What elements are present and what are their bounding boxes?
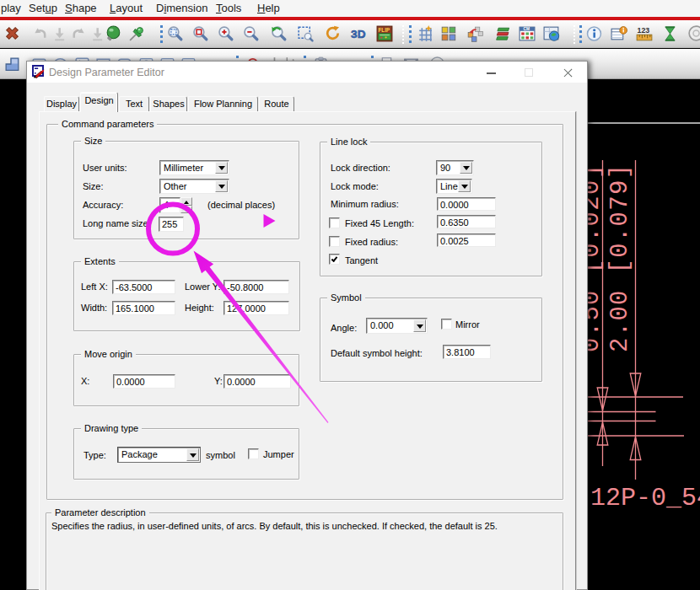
- accuracy-label: Accuracy:: [83, 200, 123, 211]
- angle-dropdown-button[interactable]: [413, 319, 426, 332]
- tab-text[interactable]: Text: [119, 96, 149, 111]
- jumper-label: Jumper: [263, 449, 294, 460]
- move-origin-x-value: 0.0000: [116, 376, 175, 388]
- size-value: Other: [164, 180, 187, 192]
- size-combo[interactable]: Other: [159, 179, 229, 194]
- user-units-dropdown-button[interactable]: [215, 162, 228, 174]
- drawing-type-group-title: Drawing type: [81, 423, 142, 434]
- chevron-down-icon: [417, 324, 423, 332]
- long-name-size-value: 255: [162, 218, 183, 230]
- tab-shapes[interactable]: Shapes: [150, 96, 187, 111]
- fixed-radius-checkbox[interactable]: [329, 236, 340, 247]
- symbol-suffix-label: symbol: [206, 450, 235, 461]
- check-icon: [331, 255, 338, 262]
- dimension-text-right: 2.00 [0.079]: [606, 164, 634, 352]
- chevron-down-icon: [218, 166, 225, 174]
- angle-value: 0.000: [370, 319, 394, 331]
- move-origin-x-input[interactable]: 0.0000: [113, 374, 175, 389]
- user-units-combo[interactable]: Millimeter: [159, 160, 229, 175]
- chevron-down-icon: [190, 453, 197, 461]
- move-origin-group-title: Move origin: [81, 349, 136, 360]
- type-label: Type:: [83, 450, 106, 461]
- tab-design[interactable]: Design: [80, 92, 118, 112]
- lower-y-input[interactable]: -50.8000: [223, 280, 289, 294]
- size-group-title: Size: [81, 136, 105, 147]
- lock-direction-dropdown-button[interactable]: [460, 162, 472, 174]
- height-value: 127.0000: [227, 303, 288, 314]
- angle-label: Angle:: [331, 323, 357, 334]
- lower-y-value: -50.8000: [227, 282, 288, 293]
- long-name-size-input[interactable]: 255: [159, 217, 184, 232]
- tab-flow-planning[interactable]: Flow Planning: [188, 96, 258, 111]
- accuracy-value[interactable]: 4: [159, 197, 180, 213]
- lock-direction-label: Lock direction:: [331, 163, 390, 174]
- jumper-checkbox[interactable]: [248, 448, 259, 459]
- chevron-down-icon: [218, 185, 225, 192]
- dialog-title-bar[interactable]: Design Parameter Editor: [27, 62, 587, 83]
- spin-down-button[interactable]: [180, 206, 192, 214]
- minimum-radius-label: Minimum radius:: [331, 199, 399, 210]
- move-origin-y-label: Y:: [214, 376, 223, 387]
- lock-mode-value: Line: [440, 180, 458, 192]
- default-symbol-height-input[interactable]: 3.8100: [443, 345, 491, 359]
- design-parameter-editor-dialog: Design Parameter Editor Display Design T…: [26, 61, 588, 590]
- symbol-group-title: Symbol: [327, 292, 365, 303]
- chevron-down-icon: [463, 166, 470, 174]
- user-units-label: User units:: [83, 163, 127, 174]
- spin-up-button[interactable]: [180, 197, 192, 206]
- triangle-up-icon: [184, 198, 189, 204]
- lock-mode-label: Lock mode:: [331, 181, 379, 192]
- user-units-value: Millimeter: [164, 162, 203, 174]
- tab-display[interactable]: Display: [44, 96, 79, 111]
- size-dropdown-button[interactable]: [215, 180, 228, 192]
- lock-direction-combo[interactable]: 90: [436, 160, 474, 175]
- mirror-checkbox[interactable]: [441, 319, 452, 330]
- width-input[interactable]: 165.1000: [112, 301, 175, 315]
- lock-mode-dropdown-button[interactable]: [458, 180, 471, 192]
- minimum-radius-input[interactable]: 0.0000: [437, 197, 496, 211]
- long-name-size-label: Long name size:: [83, 218, 151, 229]
- accuracy-spin-buttons: [180, 197, 192, 213]
- minimize-button[interactable]: [487, 72, 496, 74]
- parameter-description-text: Specifies the radius, in user-defined un…: [51, 521, 498, 532]
- mirror-label: Mirror: [455, 319, 480, 330]
- drawing-type-combo[interactable]: Package: [117, 447, 201, 463]
- triangle-down-icon: [184, 208, 189, 214]
- move-origin-y-value: 0.0000: [227, 376, 290, 388]
- fixed-45-length-input[interactable]: 0.6350: [437, 215, 496, 228]
- move-origin-y-input[interactable]: 0.0000: [223, 374, 291, 389]
- parameter-description-title: Parameter description: [51, 507, 149, 518]
- fixed-45-length-checkbox[interactable]: [329, 217, 340, 228]
- default-symbol-height-label: Default symbol height:: [331, 348, 423, 359]
- command-parameters-title: Command parameters: [58, 119, 157, 130]
- height-input[interactable]: 127.0000: [223, 301, 289, 315]
- maximize-button[interactable]: [525, 68, 533, 77]
- default-symbol-height-value: 3.8100: [446, 346, 490, 358]
- accuracy-spinner[interactable]: 4: [159, 197, 192, 213]
- extents-group-title: Extents: [81, 256, 119, 267]
- tangent-label: Tangent: [345, 255, 378, 266]
- left-x-input[interactable]: -63.5000: [112, 280, 175, 294]
- decimal-places-label: (decimal places): [207, 200, 275, 211]
- close-button[interactable]: [563, 67, 573, 77]
- minimum-radius-value: 0.0000: [440, 199, 495, 211]
- fixed-radius-input[interactable]: 0.0025: [437, 233, 496, 247]
- lower-y-label: Lower Y:: [185, 282, 221, 292]
- tab-route[interactable]: Route: [259, 96, 294, 111]
- angle-combo[interactable]: 0.000: [366, 318, 428, 334]
- fixed-45-length-label: Fixed 45 Length:: [345, 218, 414, 229]
- drawing-type-dropdown-button[interactable]: [186, 448, 199, 461]
- fixed-radius-label: Fixed radius:: [345, 237, 398, 248]
- fixed-radius-value: 0.0025: [440, 235, 495, 247]
- fixed-45-length-value: 0.6350: [440, 217, 495, 228]
- size-label: Size:: [83, 181, 103, 192]
- symbol-group: Symbol: [320, 298, 542, 382]
- tangent-checkbox[interactable]: [329, 254, 340, 265]
- width-value: 165.1000: [116, 303, 175, 314]
- application-window: playSetupShapeLayoutDimensionToolsHelp 3…: [0, 0, 700, 590]
- lock-direction-value: 90: [440, 162, 450, 174]
- dialog-icon: [32, 65, 46, 79]
- dialog-title: Design Parameter Editor: [49, 62, 164, 83]
- lock-mode-combo[interactable]: Line: [436, 179, 472, 194]
- left-x-label: Left X:: [81, 282, 108, 292]
